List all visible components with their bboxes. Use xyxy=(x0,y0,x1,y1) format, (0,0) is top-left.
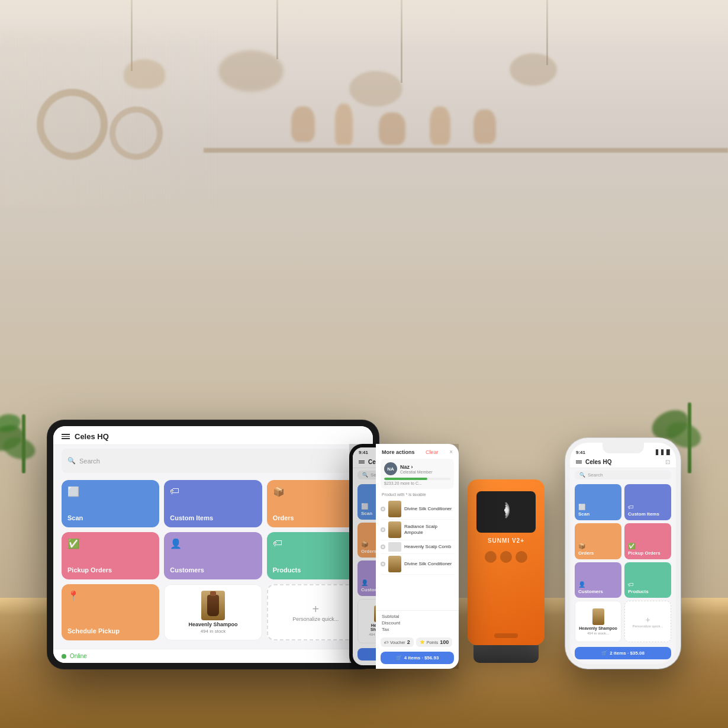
pos-handle xyxy=(494,633,518,638)
ph-right-tile-customers[interactable]: 👤 Customers xyxy=(575,562,621,598)
tax-note: Product with * is taxable xyxy=(376,492,459,499)
item-name: Divine Silk Conditioner xyxy=(404,561,454,567)
item-row: Divine Silk Conditioner xyxy=(381,499,454,520)
modal-cart-btn[interactable]: 🛒 4 items · $56.93 xyxy=(381,652,454,664)
product-name: Heavenly Shampoo xyxy=(188,621,237,627)
item-name: Heavenly Scalp Comb xyxy=(404,544,454,550)
pos-btn-2[interactable] xyxy=(500,551,512,563)
ph-right-tile-custom[interactable]: 🏷 Custom Items xyxy=(624,484,671,520)
discount-label: Discount xyxy=(382,620,400,626)
ph-right-personalize-label: Personalize quick... xyxy=(632,624,663,628)
customer-card[interactable]: NA Naz › Celestial Member $233.20 more t… xyxy=(381,459,454,489)
modal-header: More actions Clear × xyxy=(376,444,459,459)
item-dot xyxy=(381,507,385,511)
customer-info: Naz › Celestial Member xyxy=(400,464,432,474)
pos-buttons xyxy=(485,551,527,563)
pos-screen xyxy=(476,491,536,533)
tile-product-shampoo[interactable]: Heavenly Shampoo 494 in stock xyxy=(164,584,262,640)
points-chip[interactable]: ⭐ Points 100 xyxy=(416,637,453,647)
modal-panel: More actions Clear × NA Naz › Celestial … xyxy=(376,444,459,669)
tablet: Celes HQ 🔍 Search ⬛ ⬜ Scan 🏷 Custom Item… xyxy=(47,420,379,669)
customer-row: NA Naz › Celestial Member xyxy=(384,462,450,475)
item-row: Radiance Scalp Ampoule xyxy=(381,520,454,540)
orders-icon: 📦 xyxy=(273,486,285,497)
phone-right-cart-label: 2 items · $35.08 xyxy=(610,650,645,656)
phone-right: 9:41 ▋ ▋ ▉ Celes HQ ⊡ 🔍 Se xyxy=(565,438,681,669)
modal-clear-btn[interactable]: Clear xyxy=(426,449,439,455)
status-icons-right: ▋ ▋ ▉ xyxy=(656,450,670,455)
phone-right-cart-btn[interactable]: 🛒 2 items · $35.08 xyxy=(575,647,671,659)
subtotal-row: Subtotal xyxy=(382,613,453,620)
ph-right-tile-pickup[interactable]: ✅ Pickup Orders xyxy=(624,523,671,559)
ph-right-orders-label: Orders xyxy=(578,550,618,556)
pos-btn-1[interactable] xyxy=(485,551,497,563)
svg-point-0 xyxy=(504,508,508,512)
ph-right-tile-orders[interactable]: 📦 Orders xyxy=(575,523,621,559)
notch xyxy=(603,443,644,453)
discount-row: Discount xyxy=(382,620,453,626)
progress-fill xyxy=(384,478,427,480)
tablet-app-title: Celes HQ xyxy=(75,432,109,441)
tablet-search-bar[interactable]: 🔍 Search ⬛ xyxy=(62,449,365,473)
customer-name: Naz › xyxy=(400,464,432,470)
voucher-chip[interactable]: 🏷 Voucher 2 xyxy=(381,637,414,647)
phone-right-screen: 9:41 ▋ ▋ ▉ Celes HQ ⊡ 🔍 Se xyxy=(570,443,676,664)
items-list: Divine Silk Conditioner Radiance Scalp A… xyxy=(376,499,459,610)
cart-icon: 🛒 xyxy=(396,655,402,661)
expand-icon-right[interactable]: ⊡ xyxy=(665,459,670,465)
tile-scan[interactable]: ⬜ Scan xyxy=(62,480,159,527)
ph-right-tile-products[interactable]: 🏷 Products xyxy=(624,562,671,598)
signal-icon-right: ▋ xyxy=(661,450,665,455)
item-dot xyxy=(381,527,385,532)
item-name: Radiance Scalp Ampoule xyxy=(404,524,454,535)
contactless-icon xyxy=(494,498,518,526)
points-icon: ⭐ xyxy=(420,640,425,645)
ph-right-tile-scan[interactable]: ⬜ Scan xyxy=(575,484,621,520)
ph-right-custom-label: Custom Items xyxy=(628,511,668,517)
progress-bar xyxy=(384,478,450,480)
hamburger-right[interactable] xyxy=(576,460,582,463)
phone-right-search[interactable]: 🔍 Search xyxy=(575,471,671,479)
modal-cart-label: 4 items · $56.93 xyxy=(404,655,439,661)
item-row: Divine Silk Conditioner xyxy=(381,554,454,575)
product-image xyxy=(201,591,225,620)
ph-right-tile-add[interactable]: + Personalize quick... xyxy=(624,601,671,642)
location-icon: 📍 xyxy=(67,590,79,601)
item-row: Heavenly Scalp Comb xyxy=(381,540,454,554)
tax-row: Tax xyxy=(382,626,453,633)
pos-brand-label: SUNMI V2+ xyxy=(488,537,524,544)
search-icon-right: 🔍 xyxy=(579,472,585,478)
orders-icon-r: 📦 xyxy=(578,543,618,549)
scan-icon-r: ⬜ xyxy=(578,504,618,510)
points-label: Points xyxy=(427,640,438,645)
pos-screen-inner xyxy=(476,491,536,533)
tile-pickup-orders[interactable]: ✅ Pickup Orders xyxy=(62,532,159,579)
voucher-label: Voucher xyxy=(390,640,405,645)
status-label: Online xyxy=(70,653,87,659)
item-dot xyxy=(381,562,385,566)
tag-icon: 🏷 xyxy=(170,486,179,497)
status-dot xyxy=(62,654,66,659)
tile-orders-label: Orders xyxy=(273,514,359,521)
tile-add-label: Personalize quick... xyxy=(292,616,339,622)
custom-icon-r: 🏷 xyxy=(628,504,668,510)
tablet-screen: Celes HQ 🔍 Search ⬛ ⬜ Scan 🏷 Custom Item… xyxy=(53,426,373,663)
phone-right-grid: ⬜ Scan 🏷 Custom Items 📦 Orders ✅ Pickup … xyxy=(570,482,676,645)
pos-body: SUNMI V2+ xyxy=(468,479,545,645)
tile-scan-label: Scan xyxy=(67,514,153,521)
tile-schedule-pickup[interactable]: 📍 Schedule Pickup xyxy=(62,584,159,640)
modal-close-btn[interactable]: × xyxy=(449,449,453,455)
phone-right-header: Celes HQ ⊡ xyxy=(570,456,676,468)
tile-customers[interactable]: 👤 Customers xyxy=(164,532,262,579)
pos-btn-3[interactable] xyxy=(516,551,527,563)
time-display-right: 9:41 xyxy=(576,450,585,455)
tile-custom-items[interactable]: 🏷 Custom Items xyxy=(164,480,262,527)
hamburger-menu[interactable] xyxy=(62,434,70,439)
vouchers-row: 🏷 Voucher 2 ⭐ Points 100 xyxy=(376,635,459,649)
tile-pickup-label: Pickup Orders xyxy=(67,566,153,574)
tablet-header: Celes HQ xyxy=(53,426,373,445)
products-icon-r: 🏷 xyxy=(628,581,668,588)
ph-right-tile-shampoo[interactable]: Heavenly Shampoo 494 in stock... xyxy=(575,601,621,642)
tile-schedule-label: Schedule Pickup xyxy=(67,627,153,634)
cart-icon-right: 🛒 xyxy=(601,650,607,656)
